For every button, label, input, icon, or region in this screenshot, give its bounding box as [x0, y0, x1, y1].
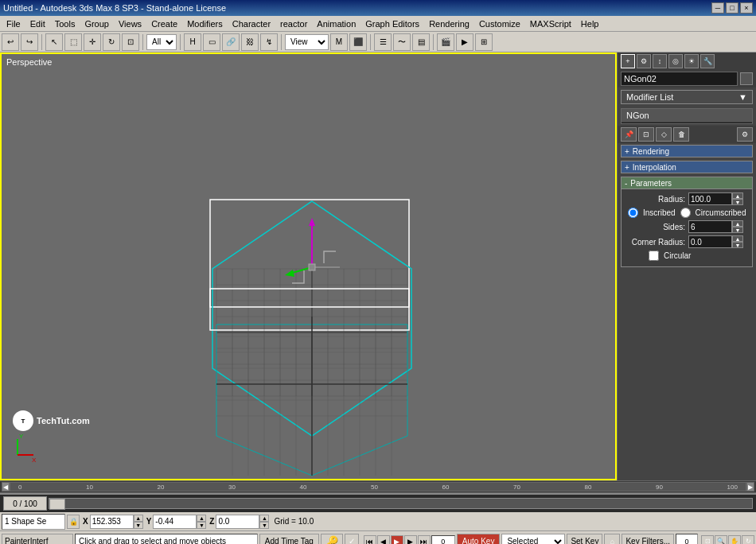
- menu-modifiers[interactable]: Modifiers: [182, 17, 228, 30]
- lock-button[interactable]: 🔒: [67, 515, 80, 529]
- orbit-btn[interactable]: ↻: [742, 535, 754, 545]
- zoom-btn[interactable]: 🔍: [715, 535, 727, 545]
- sides-spin-up[interactable]: ▲: [732, 220, 743, 227]
- pan-btn[interactable]: ✋: [728, 535, 741, 545]
- object-name-input[interactable]: NGon02: [621, 72, 738, 86]
- rollout-rendering-header[interactable]: + Rendering: [621, 145, 753, 157]
- menu-reactor[interactable]: reactor: [275, 17, 312, 30]
- select-by-name[interactable]: H: [184, 33, 201, 51]
- menu-rendering[interactable]: Rendering: [424, 17, 474, 30]
- modifier-list-button[interactable]: Modifier List ▼: [621, 90, 753, 104]
- menu-graph-editors[interactable]: Graph Editors: [360, 17, 424, 30]
- time-slider-thumb[interactable]: [49, 499, 65, 510]
- x-spin-down[interactable]: ▼: [134, 522, 143, 529]
- show-end-result[interactable]: ⊡: [638, 127, 654, 142]
- selected-dropdown[interactable]: Selected: [501, 534, 565, 545]
- prev-key-btn[interactable]: ◀: [377, 535, 390, 545]
- pin-stack-btn[interactable]: 📌: [621, 127, 637, 142]
- panel-tab-create[interactable]: +: [621, 54, 635, 68]
- select-region-button[interactable]: ⬚: [64, 33, 82, 51]
- circumscribed-radio[interactable]: [680, 208, 691, 218]
- go-to-end-btn[interactable]: ⏭: [418, 535, 431, 545]
- render-setup[interactable]: 🎬: [437, 33, 454, 51]
- menu-create[interactable]: Create: [146, 17, 182, 30]
- corner-radius-input[interactable]: [688, 235, 732, 248]
- render-last[interactable]: ⊞: [475, 33, 493, 51]
- redo-button[interactable]: ↪: [21, 33, 38, 51]
- panel-tab-utilities[interactable]: 🔧: [700, 54, 715, 68]
- menu-customize[interactable]: Customize: [474, 17, 525, 30]
- radius-spin-down[interactable]: ▼: [732, 199, 743, 205]
- panel-tab-motion[interactable]: ◎: [668, 54, 683, 68]
- panel-tab-modify[interactable]: ⚙: [637, 54, 651, 68]
- z-spin-down[interactable]: ▼: [259, 522, 269, 529]
- view-dropdown[interactable]: View: [285, 34, 329, 50]
- y-coord-input[interactable]: [153, 515, 197, 529]
- menu-group[interactable]: Group: [80, 17, 114, 30]
- scroll-left-btn[interactable]: ◀: [2, 482, 10, 492]
- panel-tab-hierarchy[interactable]: ↕: [653, 54, 667, 68]
- frame-spinner-input[interactable]: [676, 534, 698, 545]
- go-to-start-btn[interactable]: ⏮: [364, 535, 376, 545]
- rollout-parameters-header[interactable]: - Parameters: [621, 177, 753, 189]
- add-time-tag-button[interactable]: Add Time Tag: [259, 534, 319, 545]
- menu-character[interactable]: Character: [228, 17, 275, 30]
- y-spin-down[interactable]: ▼: [197, 522, 206, 529]
- sides-spin-down[interactable]: ▼: [732, 227, 743, 233]
- unlink-button[interactable]: ⛓: [241, 33, 259, 51]
- mirror-button[interactable]: M: [330, 33, 348, 51]
- scroll-right-btn[interactable]: ▶: [746, 482, 754, 492]
- remove-modifier[interactable]: 🗑: [673, 127, 689, 142]
- render-button[interactable]: ▶: [456, 33, 473, 51]
- next-key-btn[interactable]: ▶: [404, 535, 417, 545]
- bind-spacewarp[interactable]: ↯: [260, 33, 278, 51]
- move-button[interactable]: ✛: [84, 33, 101, 51]
- sides-input[interactable]: [688, 220, 732, 233]
- close-button[interactable]: ×: [740, 2, 753, 14]
- time-counter[interactable]: 0 / 100: [3, 496, 47, 511]
- rect-region[interactable]: ▭: [203, 33, 220, 51]
- radius-input[interactable]: [688, 192, 732, 205]
- menu-maxscript[interactable]: MAXScript: [525, 17, 576, 30]
- play-animation-btn[interactable]: ▶: [391, 535, 403, 545]
- menu-help[interactable]: Help: [576, 17, 604, 30]
- viewport-perspective[interactable]: Perspective: [0, 52, 617, 480]
- inscribed-radio[interactable]: [628, 208, 638, 218]
- zoom-extents-btn[interactable]: ⊡: [701, 535, 714, 545]
- dope-sheet[interactable]: ▤: [412, 33, 430, 51]
- y-spin-up[interactable]: ▲: [197, 515, 206, 522]
- stack-item-ngon[interactable]: NGon: [622, 109, 752, 122]
- layer-manager[interactable]: ☰: [374, 33, 392, 51]
- corner-radius-spin-down[interactable]: ▼: [732, 242, 743, 248]
- scale-button[interactable]: ⊡: [122, 33, 139, 51]
- make-unique[interactable]: ◇: [656, 127, 672, 142]
- radius-spin-up[interactable]: ▲: [732, 192, 743, 199]
- auto-key-button[interactable]: Auto Key: [457, 534, 501, 545]
- minimize-button[interactable]: ─: [711, 2, 724, 14]
- circular-checkbox[interactable]: [649, 251, 659, 261]
- align-button[interactable]: ⬛: [349, 33, 367, 51]
- configure-modifier-sets[interactable]: ⚙: [737, 127, 753, 142]
- corner-radius-spin-up[interactable]: ▲: [732, 235, 743, 242]
- panel-tab-display[interactable]: ☀: [684, 54, 699, 68]
- key-filters-button[interactable]: Key Filters...: [622, 534, 674, 545]
- select-button[interactable]: ↖: [45, 33, 63, 51]
- x-spin-up[interactable]: ▲: [134, 515, 143, 522]
- menu-views[interactable]: Views: [114, 17, 146, 30]
- time-slider-track[interactable]: [49, 498, 753, 509]
- menu-tools[interactable]: Tools: [50, 17, 80, 30]
- undo-button[interactable]: ↩: [2, 33, 19, 51]
- menu-file[interactable]: File: [2, 17, 25, 30]
- filter-dropdown[interactable]: All: [146, 34, 177, 50]
- curve-editor[interactable]: 〜: [393, 33, 411, 51]
- z-coord-input[interactable]: [216, 515, 259, 529]
- rollout-interpolation-header[interactable]: + Interpolation: [621, 161, 753, 173]
- z-spin-up[interactable]: ▲: [259, 515, 269, 522]
- link-button[interactable]: 🔗: [222, 33, 240, 51]
- x-coord-input[interactable]: [90, 515, 134, 529]
- key-mode-toggle[interactable]: ⌂: [604, 534, 620, 545]
- rotate-button[interactable]: ↻: [103, 33, 120, 51]
- set-key-button[interactable]: Set Key: [567, 534, 602, 545]
- object-color-swatch[interactable]: [740, 72, 753, 85]
- menu-animation[interactable]: Animation: [312, 17, 360, 30]
